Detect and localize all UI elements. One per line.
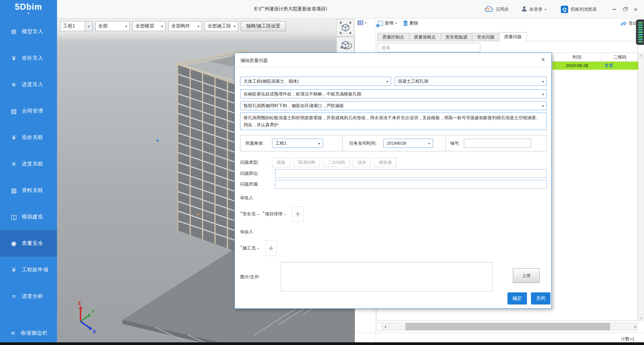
schedule-import-icon: ≡ — [10, 81, 17, 88]
remove-icon[interactable]: × — [240, 210, 242, 214]
column-header-qrcode[interactable]: 二维码 — [601, 53, 638, 61]
section-filter-select[interactable]: 全部施工段 ▾ — [205, 21, 238, 31]
delete-button[interactable]: 删除 — [403, 20, 418, 26]
chevron-down-icon: ∨ — [85, 21, 92, 31]
issue-belong-label: 问题所属: — [240, 182, 259, 187]
sidebar-item-label: 工程款申报 — [22, 267, 49, 273]
remove-icon[interactable]: × — [240, 245, 242, 248]
sidebar-item-model-import[interactable]: ⊞模型导入 — [0, 18, 57, 45]
dialog-actions: 确定 关闭 — [240, 292, 547, 304]
scrollbar-thumb[interactable] — [406, 323, 610, 330]
treatment-textarea[interactable]: 将孔洞周围的松散混凝土和软弱浆膜凿除，并形成规则几何形状，用水清洗干净并充分湿润… — [240, 113, 547, 130]
browser-icon: Q — [561, 6, 568, 13]
simulation-icon: ◫ — [10, 213, 17, 221]
issue-type-row: 问题类型: 模板 现浇结构 二次结构 抹灰 精装修 — [240, 158, 396, 167]
add-icon — [378, 21, 383, 26]
search-input[interactable] — [378, 43, 480, 52]
sidebar-item-schedule-analysis[interactable]: ≈进度分析 — [0, 283, 57, 309]
code-input[interactable] — [464, 139, 531, 148]
scroll-right-icon[interactable]: › — [634, 323, 636, 330]
type-button-cast-structure[interactable]: 现浇结构 — [293, 158, 320, 167]
phenomenon-row: 在钢筋密实处或预埋件处，砼灌注不顺畅，不能充满模板孔隙 ▾ — [240, 89, 547, 98]
type-button-formwork[interactable]: 模板 — [272, 158, 290, 167]
sidebar-item-schedule-import[interactable]: ≡进度导入 — [0, 71, 57, 98]
sidebar-item-payment-apply[interactable]: ¥工程款申报 — [0, 257, 57, 283]
sidebar-item-cost-link[interactable]: ¥造价关联 — [0, 124, 57, 151]
sidebar-item-contract[interactable]: ▤合同管理 — [0, 98, 57, 124]
export-button[interactable]: 导出 — [621, 20, 637, 26]
add-notifier-button[interactable]: + — [265, 240, 277, 256]
prevention-select[interactable]: 预留孔洞两侧同时下料，侧面加开浇灌口，严防漏振 ▾ — [240, 101, 547, 110]
file-section: 图片/文件: 上传 — [240, 262, 547, 291]
sidebar-collapse-button[interactable]: «收缩侧边栏 — [0, 325, 57, 341]
vertical-scrollbar[interactable]: ∧ ∨ — [638, 53, 644, 321]
chevron-down-icon: ▾ — [395, 21, 397, 25]
add-label: 新增 — [385, 20, 393, 26]
chevron-down-icon: ▾ — [161, 24, 163, 28]
date-select[interactable]: 2019/6/28 ▾ — [383, 139, 433, 148]
cloud-sync-button[interactable]: PM 云同步 — [485, 0, 509, 18]
file-dropzone[interactable] — [281, 262, 493, 291]
category-select[interactable]: 主体工程(钢筋混凝土、砌体) ▾ — [240, 77, 391, 86]
window-maximize-button[interactable] — [621, 6, 629, 13]
close-icon[interactable]: × — [539, 56, 547, 63]
floor-filter-select[interactable]: 全部楼层 ▾ — [132, 21, 166, 31]
column-settings-button[interactable]: ▾ — [358, 20, 367, 25]
chevron-down-icon: ▾ — [542, 104, 544, 108]
qr-view-link[interactable]: 查看 — [601, 62, 638, 70]
window-close-button[interactable]: × — [632, 6, 639, 13]
prevention-row: 预留孔洞两侧同时下料，侧面加开浇灌口，严防漏振 ▾ — [240, 101, 547, 110]
close-button[interactable]: 关闭 — [531, 292, 550, 304]
upload-button[interactable]: 上传 — [513, 268, 540, 283]
component-filter-select[interactable]: 全部构件 ▾ — [168, 21, 202, 31]
issue-select[interactable]: 混凝土工程孔洞 ▾ — [394, 77, 547, 86]
issue-part-input[interactable] — [275, 169, 547, 178]
tab-quality-inspection-points[interactable]: 质量巡检点 — [409, 33, 441, 41]
login-button[interactable]: 未登录 ▾ — [522, 0, 546, 18]
sidebar-item-document-link[interactable]: ▥资料关联 — [0, 177, 57, 204]
sidebar-item-simulation[interactable]: ◫模拟建造 — [0, 204, 57, 230]
tab-safety-issues[interactable]: 安全问题 — [472, 33, 499, 41]
project-select[interactable]: 工程1 ∨ — [60, 21, 93, 31]
approver-list: × 安全员→ × 项目经理→ + — [240, 206, 304, 222]
issue-belong-input[interactable] — [275, 180, 547, 189]
type-button-plaster[interactable]: 抹灰 — [353, 158, 371, 167]
all-filter-select[interactable]: 全部 ▾ — [95, 21, 130, 31]
chevron-down-icon: ▾ — [545, 8, 546, 11]
sidebar-item-schedule-link[interactable]: ≡进度关联 — [0, 151, 57, 177]
zoom-extents-button[interactable] — [336, 19, 354, 36]
tab-quality-issues[interactable]: 质量问题 — [499, 32, 527, 41]
tab-quality-control-points[interactable]: 质量控制点 — [377, 33, 409, 41]
edge-dock-bar[interactable] — [636, 19, 644, 45]
remove-icon[interactable]: × — [263, 210, 265, 214]
scroll-left-icon[interactable]: ‹ — [385, 323, 386, 330]
chevron-down-icon: ▾ — [542, 80, 544, 83]
sidebar-item-label: 造价导入 — [22, 55, 43, 61]
window-minimize-button[interactable] — [610, 6, 618, 13]
sidebar-item-label: 合同管理 — [22, 108, 43, 114]
type-button-fine-decoration[interactable]: 精装修 — [374, 158, 396, 167]
code-label: 编号: — [450, 140, 460, 146]
scroll-down-icon[interactable]: ∨ — [639, 317, 643, 320]
unit-select[interactable]: 工程1 ▾ — [272, 139, 323, 148]
app-logo[interactable]: 5Dbim ▾ — [0, 0, 57, 18]
switch-browser-button[interactable]: Q 切换到浏览器 — [561, 0, 597, 18]
approver-name: 项目经理→ — [265, 211, 287, 217]
column-header-time[interactable]: 时间 — [552, 53, 601, 61]
dialog-title: 编辑质量问题 — [240, 58, 268, 64]
sidebar-item-cost-import[interactable]: ¥造价导入 — [0, 45, 57, 71]
sidebar-item-quality-safety[interactable]: ◉质量安全 — [0, 230, 57, 257]
grid-section-settings-button[interactable]: 轴网/施工段设置 — [241, 21, 286, 31]
category-row: 主体工程(钢筋混凝土、砌体) ▾ 混凝土工程孔洞 ▾ — [240, 77, 547, 86]
scroll-up-icon[interactable]: ∧ — [639, 54, 643, 57]
ok-button[interactable]: 确定 — [507, 292, 527, 304]
tab-safety-hazards[interactable]: 安全危险源 — [441, 33, 472, 41]
add-button[interactable]: 新增 ▾ — [378, 20, 397, 26]
phenomenon-select[interactable]: 在钢筋密实处或预埋件处，砼灌注不顺畅，不能充满模板孔隙 ▾ — [240, 89, 547, 98]
unit-select-value: 工程1 — [275, 140, 286, 146]
horizontal-scrollbar[interactable]: ‹ › — [376, 323, 638, 331]
orbit-view-button[interactable] — [336, 37, 354, 54]
type-button-secondary-structure[interactable]: 二次结构 — [323, 158, 350, 167]
add-approver-button[interactable]: + — [292, 206, 304, 222]
chevron-down-icon: ▾ — [365, 21, 367, 24]
